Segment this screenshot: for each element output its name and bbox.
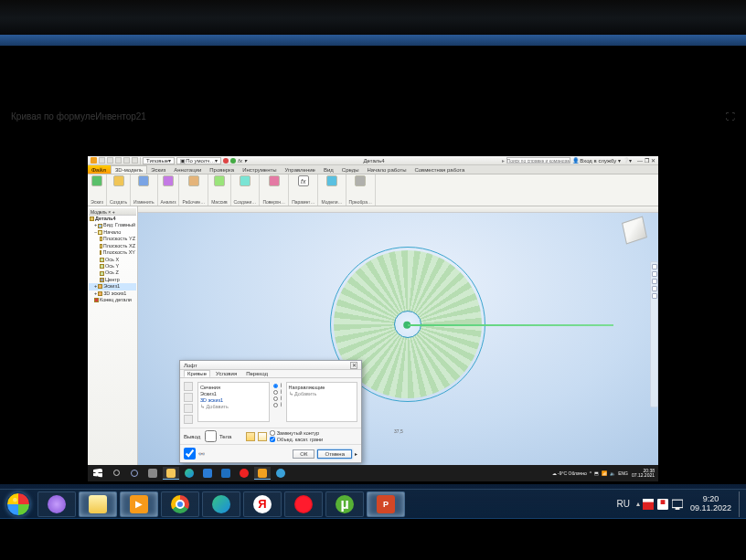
freeform-button[interactable] [239,175,251,192]
output-surface-button[interactable] [258,432,267,441]
dialog-close-button[interactable]: ✕ [350,362,357,369]
tray-chevron-icon[interactable]: ^ [590,470,591,476]
select-mode-icon[interactable] [184,404,193,413]
add-rail-link[interactable]: ↳ Добавить [289,391,356,397]
search-icon[interactable] [108,467,124,480]
weather-widget[interactable]: ☁ -9°C Облачно [552,470,587,476]
tree-node[interactable]: −Начало [89,229,136,236]
rail-radio[interactable]: ⌇ [273,396,282,401]
tree-node[interactable]: Ось Y [89,263,136,269]
tray-icon[interactable]: ⬒ [594,470,599,476]
tab-3d-model[interactable]: 3D-модель [111,165,147,174]
viewcube[interactable] [622,217,647,245]
tab-tools[interactable]: Инструменты [239,165,281,174]
lookat-icon[interactable] [652,293,657,299]
section-item[interactable]: Эскиз1 [200,391,267,397]
tray-wifi-icon[interactable]: 📶 [602,470,607,476]
tab-view[interactable]: Вид [320,165,338,174]
tree-node[interactable]: Плоскость XZ [89,243,136,249]
tab-env[interactable]: Среды [338,165,364,174]
tab-sketch[interactable]: Эскиз [147,165,170,174]
app-icon[interactable] [272,467,289,480]
appearance-dropdown[interactable]: ▣ По умолч… ▾ [176,157,221,164]
tree-node[interactable]: Ось Z [89,269,136,276]
inv-close-icon[interactable]: ✕ [651,157,655,164]
tab-inspect[interactable]: Проверка [206,165,239,174]
nav-bar[interactable] [650,261,658,407]
analysis-button[interactable] [162,175,175,192]
material-swatch-icon[interactable] [223,158,229,164]
preview-checkbox[interactable] [184,448,196,460]
opera-icon[interactable] [236,467,252,480]
chrome-taskbar-icon[interactable] [161,491,199,517]
mail-icon[interactable] [218,467,234,480]
tab-manage[interactable]: Управление [282,165,320,174]
tree-node[interactable]: Плоскость YZ [89,236,136,242]
inv-min-icon[interactable]: — [637,158,643,164]
tree-node-end[interactable]: Конец детали [89,297,136,303]
solids-checkbox[interactable] [205,430,217,442]
store-icon[interactable] [199,467,216,480]
action-center-icon[interactable] [657,499,668,510]
language-indicator[interactable]: RU [613,499,634,509]
dialog-tab-conditions[interactable]: Условия [212,370,240,377]
explorer-taskbar-icon[interactable] [79,491,117,517]
select-mode-icon[interactable] [184,382,193,391]
edge-icon[interactable] [181,467,197,480]
style-dropdown[interactable]: Типовые ▾ [143,157,175,164]
network-icon[interactable] [672,499,683,510]
model-browser[interactable]: Модель × + Деталь4 +Вид: Главный −Начало… [88,206,138,465]
viewport[interactable]: 37,5 Лофт ✕ Кривые Условия Переход [138,206,658,465]
work-features-button[interactable] [187,175,200,192]
tree-node[interactable]: +Вид: Главный [89,222,136,228]
tray-volume-icon[interactable]: 🔈 [610,470,615,476]
tab-collab[interactable]: Совместная работа [410,165,469,174]
dialog-tab-curves[interactable]: Кривые [184,370,210,377]
fx-icon[interactable]: fx ▾ [238,157,246,164]
pattern-button[interactable] [213,175,226,192]
tree-node-3dsketch1[interactable]: +3D эскиз1 [89,291,136,297]
qat-new-icon[interactable] [99,157,105,164]
surface-button[interactable] [268,175,281,192]
edge-taskbar-icon[interactable] [202,491,240,517]
home-icon[interactable] [652,264,657,269]
tree-node[interactable]: Центр [89,277,136,283]
parameters-button[interactable]: fx [297,175,310,192]
section-item[interactable]: 3D эскиз1 [200,397,267,404]
modify-button[interactable] [137,175,150,192]
powerpoint-taskbar-icon[interactable]: P [367,491,405,517]
inv-max-icon[interactable]: ❐ [645,157,649,164]
closed-loop-checkbox[interactable]: Замкнутый контур [270,430,323,436]
player-taskbar-icon[interactable]: ▶ [120,491,158,517]
create-button[interactable] [112,175,125,192]
add-section-link[interactable]: ↳ Добавить [200,404,267,410]
pan-icon[interactable] [652,279,657,284]
tree-node[interactable]: Плоскость XY [89,249,136,256]
opera-taskbar-icon[interactable] [284,491,323,517]
sketch-button[interactable] [91,175,103,192]
inventor-taskbar-icon[interactable] [254,467,271,480]
expand-icon[interactable]: ▸ [355,450,357,457]
utorrent-taskbar-icon[interactable]: µ [325,491,364,517]
qat-save-icon[interactable] [115,157,122,164]
taskbar-app[interactable] [37,491,76,517]
start-button[interactable] [90,467,106,480]
merge-tangent-checkbox[interactable]: Объед. касат. грани [270,437,323,442]
cortana-icon[interactable] [126,467,143,480]
ok-button[interactable]: ОК [293,449,314,459]
simulate-button[interactable] [325,175,338,192]
explorer-icon[interactable] [163,467,179,480]
show-desktop-button[interactable] [739,491,744,517]
qat-open-icon[interactable] [107,157,113,164]
material-swatch-icon[interactable] [230,158,236,164]
cancel-button[interactable]: Отмена [317,449,352,459]
video-expand-icon[interactable]: ⛶ [726,111,735,122]
help-icon[interactable]: ❔▾ [623,157,632,164]
rail-radio[interactable]: ⌇ [273,383,282,388]
tab-file[interactable]: Файл [88,165,111,174]
start-button[interactable] [2,491,35,518]
tray-lang[interactable]: ENG [618,470,628,476]
tray-chevron-icon[interactable]: ▴ [636,500,640,508]
tab-annotate[interactable]: Аннотации [170,165,206,174]
tree-node[interactable]: Ось X [89,257,136,263]
